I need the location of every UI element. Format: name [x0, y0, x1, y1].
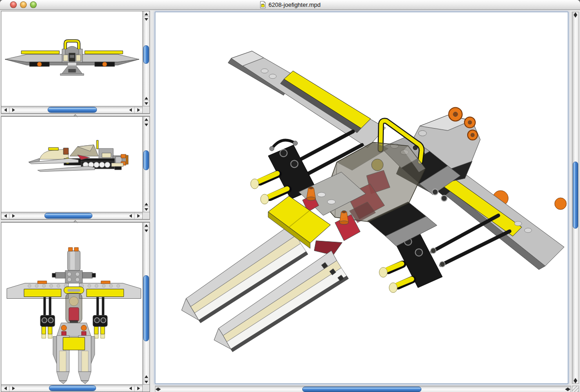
- front-view-pane: [1, 11, 150, 114]
- scroll-down-button[interactable]: [143, 379, 150, 384]
- right-arrow-icon: [568, 387, 570, 391]
- scroll-buttons-bottom: [143, 96, 150, 106]
- scrollbar-corner: [142, 384, 150, 392]
- down-arrow-icon: [145, 124, 148, 126]
- scroll-up-button[interactable]: [143, 223, 150, 228]
- side-view-canvas[interactable]: [1, 117, 142, 212]
- vertical-scrollbar[interactable]: [142, 117, 150, 212]
- scroll-down-button[interactable]: [572, 381, 579, 383]
- right-arrow-icon: [137, 108, 140, 112]
- scrollbar-track[interactable]: [143, 22, 150, 96]
- window-title: 6208-joefighter.mpd: [269, 1, 321, 8]
- front-view-drawing[interactable]: [1, 11, 142, 106]
- scrollbar-thumb[interactable]: [143, 45, 149, 64]
- horizontal-scrollbar[interactable]: [1, 106, 142, 113]
- scrollbar-track[interactable]: [17, 385, 126, 392]
- scroll-down-button[interactable]: [143, 228, 150, 233]
- scroll-down-button[interactable]: [143, 16, 150, 22]
- scroll-right-button[interactable]: [134, 212, 142, 219]
- scrollbar-track[interactable]: [143, 233, 150, 374]
- left-wing[interactable]: [228, 51, 385, 148]
- perspective-view-canvas[interactable]: [155, 12, 568, 384]
- scroll-left-button[interactable]: [1, 212, 9, 219]
- scrollbar-track[interactable]: [572, 18, 579, 378]
- scroll-down-button[interactable]: [143, 122, 150, 127]
- vertical-scrollbar[interactable]: [142, 11, 150, 106]
- left-arrow-icon: [4, 108, 7, 112]
- titlebar[interactable]: 6208-joefighter.mpd: [0, 0, 580, 10]
- model-top[interactable]: [7, 248, 141, 384]
- up-arrow-icon: [145, 375, 148, 378]
- scroll-down-button[interactable]: [143, 100, 150, 106]
- horizontal-scrollbar[interactable]: [1, 212, 142, 219]
- scroll-left-button[interactable]: [126, 385, 134, 392]
- scrollbar-thumb[interactable]: [143, 150, 149, 170]
- orthographic-panes-column: [0, 10, 150, 392]
- vertical-scrollbar[interactable]: [142, 223, 150, 384]
- scrollbar-thumb[interactable]: [48, 107, 97, 113]
- scroll-right-button[interactable]: [9, 106, 17, 113]
- pane-splitter[interactable]: [1, 114, 150, 116]
- model-front[interactable]: [5, 41, 139, 75]
- scroll-right-button[interactable]: [9, 385, 17, 392]
- side-view-drawing[interactable]: [1, 117, 142, 212]
- scroll-left-button[interactable]: [1, 106, 9, 113]
- down-arrow-icon: [145, 229, 148, 232]
- scrollbar-thumb[interactable]: [44, 213, 92, 219]
- scrollbar-track[interactable]: [161, 386, 565, 392]
- down-arrow-icon: [145, 208, 148, 211]
- scroll-up-button[interactable]: [143, 201, 150, 206]
- front-view-canvas[interactable]: [1, 11, 142, 106]
- scroll-right-button[interactable]: [134, 385, 142, 392]
- scrollbar-thumb[interactable]: [573, 162, 578, 228]
- zoom-button[interactable]: [30, 1, 37, 8]
- scrollbar-thumb[interactable]: [302, 387, 421, 392]
- up-arrow-icon: [145, 13, 148, 15]
- horizontal-scrollbar[interactable]: [155, 386, 571, 392]
- top-view-drawing[interactable]: [1, 223, 142, 384]
- scroll-right-button[interactable]: [568, 386, 570, 392]
- perspective-view-pane: [154, 10, 580, 392]
- model-3d[interactable]: [182, 51, 566, 352]
- scroll-up-button[interactable]: [143, 374, 150, 379]
- left-arrow-icon: [129, 387, 132, 390]
- scroll-right-button[interactable]: [9, 212, 17, 219]
- right-arrow-icon: [12, 108, 15, 112]
- down-arrow-icon: [574, 381, 577, 383]
- scroll-down-button[interactable]: [143, 206, 150, 212]
- right-arrow-icon: [12, 214, 15, 218]
- vertical-scrollbar[interactable]: [572, 12, 579, 384]
- up-arrow-icon: [145, 203, 148, 206]
- window-controls: [10, 1, 37, 8]
- scrollbar-track[interactable]: [17, 212, 126, 219]
- resize-grip[interactable]: [572, 386, 579, 392]
- perspective-view-drawing[interactable]: [155, 12, 568, 383]
- scroll-buttons-right: [126, 106, 142, 113]
- scroll-right-button[interactable]: [134, 106, 142, 113]
- scrollbar-corner: [142, 212, 150, 219]
- left-arrow-icon: [129, 214, 132, 218]
- scroll-up-button[interactable]: [143, 96, 150, 100]
- scroll-buttons-top: [143, 11, 150, 22]
- scrollbar-track[interactable]: [143, 127, 150, 201]
- scroll-left-button[interactable]: [126, 212, 134, 219]
- down-arrow-icon: [145, 381, 148, 383]
- scrollbar-thumb[interactable]: [49, 385, 96, 391]
- scroll-up-button[interactable]: [143, 117, 150, 122]
- left-arrow-icon: [4, 387, 7, 390]
- scroll-left-button[interactable]: [126, 106, 134, 113]
- scroll-up-button[interactable]: [143, 11, 150, 16]
- left-arrow-icon: [129, 108, 132, 112]
- window-content: [0, 10, 580, 392]
- close-button[interactable]: [10, 1, 17, 8]
- right-gun-pod[interactable]: [379, 234, 442, 293]
- model-side[interactable]: [29, 140, 128, 172]
- scrollbar-thumb[interactable]: [143, 275, 149, 341]
- top-view-canvas[interactable]: [1, 223, 142, 384]
- minimize-button[interactable]: [20, 1, 27, 8]
- scroll-left-button[interactable]: [1, 385, 9, 392]
- scrollbar-track[interactable]: [17, 106, 126, 113]
- horizontal-scrollbar[interactable]: [1, 384, 142, 392]
- up-arrow-icon: [145, 224, 148, 227]
- pane-splitter[interactable]: [1, 220, 150, 222]
